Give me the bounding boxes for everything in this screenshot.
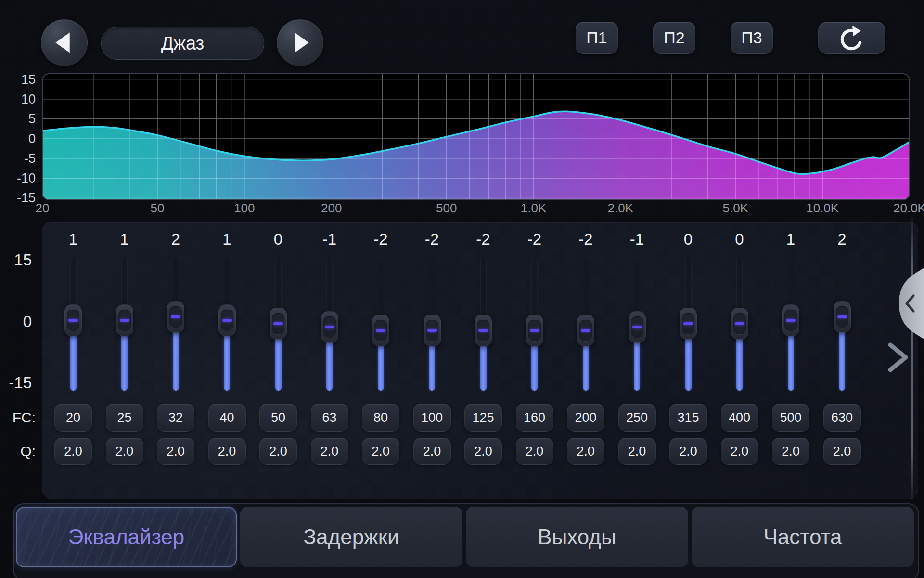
slider-handle[interactable] (782, 304, 799, 336)
fc-value-button[interactable]: 25 (106, 404, 143, 432)
slider-handle-inner (836, 306, 848, 328)
fc-value-button[interactable]: 125 (464, 404, 502, 432)
tab-frequency[interactable]: Частота (692, 507, 914, 567)
y-axis-tick: 10 (21, 92, 36, 106)
fc-value-button[interactable]: 315 (669, 404, 707, 432)
slider-handle-inner (221, 310, 233, 331)
slider-fill (788, 334, 794, 391)
slider-handle[interactable] (629, 311, 646, 343)
tab-equalizer[interactable]: Эквалайзер (16, 507, 237, 567)
slider-handle[interactable] (526, 315, 543, 346)
slider-handle[interactable] (834, 301, 851, 333)
fc-value-button[interactable]: 32 (157, 404, 194, 432)
fc-value-button[interactable]: 80 (362, 404, 399, 432)
y-axis-tick: -15 (17, 191, 36, 205)
q-value-button[interactable]: 2.0 (567, 438, 604, 465)
q-value-button[interactable]: 2.0 (823, 438, 861, 465)
slider-handle-inner (169, 306, 182, 328)
slider-handle[interactable] (372, 315, 389, 346)
slider-handle[interactable] (116, 304, 133, 336)
band-gain-value: -2 (464, 230, 502, 249)
slider-fill (531, 344, 538, 391)
x-axis-tick: 20 (36, 201, 50, 215)
slider-handle-inner (272, 313, 284, 334)
x-axis-tick: 2.0K (608, 201, 634, 215)
slider-handle[interactable] (270, 308, 287, 340)
slider-handle[interactable] (424, 315, 441, 346)
slider-fill (685, 337, 692, 391)
slider-handle-inner (67, 310, 79, 331)
fc-value-button[interactable]: 400 (721, 404, 758, 432)
q-value-button[interactable]: 2.0 (669, 438, 707, 465)
y-axis-tick: 15 (21, 72, 36, 87)
q-value-button[interactable]: 2.0 (208, 438, 246, 465)
chevron-right-icon (890, 345, 906, 370)
slider-handle[interactable] (577, 315, 594, 346)
slider-handle-marker (273, 322, 283, 325)
q-value-button[interactable]: 2.0 (413, 438, 451, 465)
fc-value-button[interactable]: 630 (823, 404, 861, 432)
q-value-button[interactable]: 2.0 (464, 438, 502, 465)
slider-fill (839, 330, 845, 391)
q-value-button[interactable]: 2.0 (516, 438, 553, 465)
q-value-button[interactable]: 2.0 (721, 438, 758, 465)
q-value-button[interactable]: 2.0 (157, 438, 194, 465)
band-gain-value: 1 (208, 230, 246, 249)
fc-value-button[interactable]: 160 (516, 404, 553, 432)
fc-value-button[interactable]: 100 (413, 404, 451, 432)
fc-value-button[interactable]: 500 (772, 404, 809, 432)
slider-handle[interactable] (475, 315, 492, 346)
tab-delays[interactable]: Задержки (240, 507, 462, 567)
band-gain-value: 2 (823, 230, 861, 249)
slider-handle-marker (632, 326, 642, 328)
slider-handle-marker (376, 329, 385, 332)
slider-handle[interactable] (64, 304, 82, 336)
slider-handle[interactable] (218, 304, 236, 336)
y-axis-tick: -5 (24, 151, 36, 166)
x-axis-tick: 50 (151, 201, 165, 215)
slider-handle-marker (171, 315, 180, 318)
q-value-button[interactable]: 2.0 (618, 438, 656, 465)
next-bands-button[interactable] (884, 341, 913, 375)
q-row-label: Q: (0, 442, 36, 461)
fc-value-button[interactable]: 20 (54, 404, 92, 432)
q-value-button[interactable]: 2.0 (54, 438, 92, 465)
slider-handle-inner (323, 316, 336, 338)
band-gain-value: 2 (156, 230, 195, 249)
slider-handle-marker (581, 329, 590, 332)
q-value-button[interactable]: 2.0 (772, 438, 809, 465)
eq-scale-label-bottom: -15 (0, 372, 32, 394)
slider-handle-inner (733, 313, 746, 334)
fc-value-button[interactable]: 40 (208, 404, 246, 432)
side-drawer-handle[interactable] (894, 265, 924, 342)
band-gain-value: -2 (566, 230, 605, 249)
slider-fill (634, 341, 640, 391)
slider-handle-inner (374, 320, 387, 341)
q-value-button[interactable]: 2.0 (259, 438, 297, 465)
slider-handle-inner (426, 320, 438, 341)
fc-value-button[interactable]: 200 (567, 404, 604, 432)
slider-fill (173, 330, 179, 391)
fc-value-button[interactable]: 250 (618, 404, 656, 432)
band-gain-value: 0 (720, 230, 759, 249)
slider-fill (583, 344, 589, 391)
eq-scale-label-mid: 0 (0, 311, 32, 332)
y-axis-tick: 5 (28, 112, 36, 126)
slider-fill (429, 344, 435, 391)
fc-value-button[interactable]: 63 (311, 404, 348, 432)
y-axis-tick: -10 (17, 171, 36, 185)
q-value-button[interactable]: 2.0 (311, 438, 348, 465)
band-gain-value: 0 (259, 230, 297, 249)
tab-outputs[interactable]: Выходы (466, 507, 688, 567)
slider-handle[interactable] (321, 311, 338, 343)
slider-handle[interactable] (680, 308, 697, 340)
equalizer-screen: Джаз П1П2П3 151050-5-10-1520501002005001… (0, 0, 924, 578)
band-gain-value: -1 (310, 230, 349, 249)
slider-handle[interactable] (731, 308, 748, 340)
slider-handle-marker (120, 319, 129, 322)
slider-handle[interactable] (167, 301, 184, 333)
fc-value-button[interactable]: 50 (259, 404, 297, 432)
q-value-button[interactable]: 2.0 (362, 438, 399, 465)
q-value-button[interactable]: 2.0 (106, 438, 143, 465)
x-axis-tick: 200 (321, 201, 342, 215)
